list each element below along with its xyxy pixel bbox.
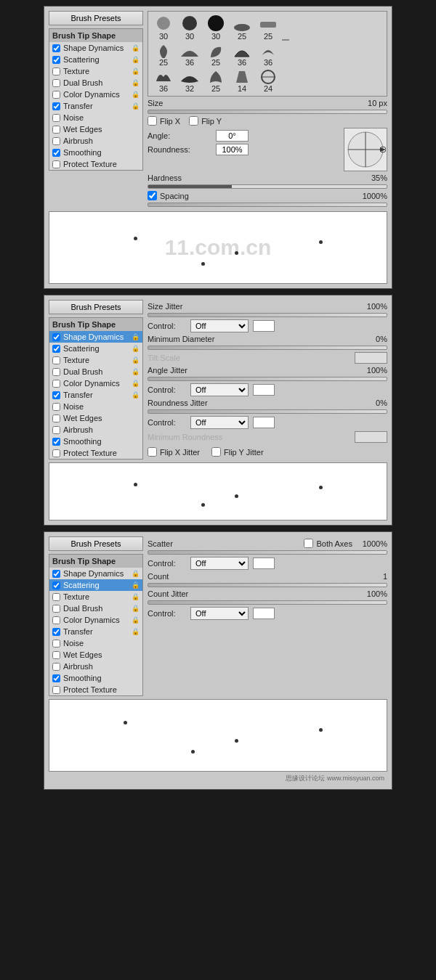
size-jitter-slider[interactable] (148, 313, 387, 317)
sidebar-item-texture-2[interactable]: Texture🔒 (49, 354, 142, 366)
lock-icon: 🔒 (132, 68, 140, 75)
sidebar-item-scattering-3[interactable]: Scattering🔒 (49, 579, 142, 591)
control-row-3: Control: Off (148, 416, 387, 429)
preview-dot (134, 237, 137, 240)
control-select-3[interactable]: Off (190, 416, 249, 429)
flip-x-jitter-check[interactable] (148, 447, 157, 457)
control-select-scatter-2[interactable]: Off (190, 607, 249, 620)
sidebar-item-shape-dyn-1[interactable]: Shape Dynamics🔒 (49, 42, 142, 54)
lock-icon: 🔒 (132, 593, 140, 600)
thumb-cell[interactable]: 30 (177, 15, 202, 41)
scrollbar-1[interactable] (282, 39, 289, 41)
thumb-cell[interactable]: 25 (151, 44, 176, 67)
sidebar-item-brush-tip-3[interactable]: Brush Tip Shape (49, 555, 142, 568)
control-input-3[interactable] (253, 417, 275, 428)
sidebar-item-scattering-1[interactable]: Scattering🔒 (49, 54, 142, 65)
thumb-cell[interactable]: 25 (203, 70, 228, 93)
count-slider[interactable] (148, 583, 387, 587)
lock-icon: 🔒 (132, 391, 140, 399)
angle-jitter-slider[interactable] (148, 377, 387, 381)
control-input-2[interactable] (253, 384, 275, 396)
spacing-slider[interactable] (148, 203, 387, 207)
thumb-cell[interactable]: 25 (256, 17, 280, 41)
thumb-cell[interactable]: 14 (230, 70, 254, 93)
thumb-cell[interactable]: 32 (177, 70, 202, 93)
preview-area-3 (49, 699, 387, 772)
sidebar-item-dual-2[interactable]: Dual Brush🔒 (49, 366, 142, 377)
control-input-scatter-2[interactable] (253, 608, 275, 619)
scatter-slider[interactable] (148, 550, 387, 555)
tilt-scale-row: Tilt Scale (148, 352, 387, 364)
sidebar-item-air-3[interactable]: Airbrush (49, 661, 142, 672)
svg-point-1 (182, 16, 197, 30)
sidebar-item-brush-tip-2[interactable]: Brush Tip Shape (49, 318, 142, 331)
flip-y-jitter-check[interactable] (211, 447, 221, 457)
preset-btn-3[interactable]: Brush Presets (49, 536, 143, 551)
control-select-2[interactable]: Off (190, 383, 249, 396)
sidebar-item-color-2[interactable]: Color Dynamics🔒 (49, 377, 142, 389)
thumb-cell[interactable]: 36 (230, 44, 254, 67)
angle-input[interactable] (216, 130, 249, 142)
control-select-1[interactable]: Off (190, 319, 249, 332)
sidebar-item-shape-dyn-3[interactable]: Shape Dynamics🔒 (49, 568, 142, 579)
preview-dot (191, 750, 195, 754)
min-diameter-row: Minimum Diameter 0% (148, 335, 387, 343)
preset-btn-1[interactable]: Brush Presets (49, 11, 143, 25)
thumb-cell[interactable]: 25 (230, 23, 254, 41)
roundness-input[interactable] (216, 144, 249, 155)
lock-icon: 🔒 (132, 356, 140, 364)
thumb-cell[interactable]: 30 (203, 15, 228, 41)
sidebar-item-smooth-3[interactable]: Smoothing (49, 672, 142, 684)
thumb-cell[interactable]: 25 (203, 44, 228, 67)
sidebar-item-color-dyn-1[interactable]: Color Dynamics🔒 (49, 89, 142, 100)
sidebar-item-noise-1[interactable]: Noise (49, 112, 142, 123)
sidebar-item-texture-1[interactable]: Texture🔒 (49, 65, 142, 77)
sidebar-item-airbrush-1[interactable]: Airbrush (49, 135, 142, 147)
sidebar-item-noise-3[interactable]: Noise (49, 637, 142, 649)
spacing-check[interactable] (148, 191, 157, 200)
hardness-slider[interactable] (148, 184, 387, 189)
sidebar-item-transfer-1[interactable]: Transfer🔒 (49, 100, 142, 112)
sidebar-item-wet-edges-1[interactable]: Wet Edges (49, 123, 142, 135)
control-select-scatter-1[interactable]: Off (190, 557, 249, 570)
sidebar-item-scattering-2[interactable]: Scattering🔒 (49, 343, 142, 354)
sidebar-item-smoothing-1[interactable]: Smoothing (49, 147, 142, 158)
sidebar-item-protect-1[interactable]: Protect Texture (49, 158, 142, 170)
sidebar-item-noise-2[interactable]: Noise (49, 401, 142, 412)
sidebar-item-shape-dyn-2[interactable]: Shape Dynamics🔒 (49, 331, 142, 343)
min-diameter-slider[interactable] (148, 346, 387, 350)
preset-btn-2[interactable]: Brush Presets (49, 300, 143, 314)
sidebar-item-wet-2[interactable]: Wet Edges (49, 412, 142, 424)
roundness-jitter-slider[interactable] (148, 409, 387, 414)
thumb-cell[interactable]: 24 (256, 70, 280, 93)
sidebar-item-dual-brush-1[interactable]: Dual Brush🔒 (49, 77, 142, 89)
sidebar-item-brush-tip[interactable]: Brush Tip Shape (49, 29, 142, 42)
size-slider[interactable] (148, 110, 387, 114)
preview-dot (319, 486, 323, 489)
control-input-1[interactable] (253, 320, 275, 332)
sidebar-item-transfer-3[interactable]: Transfer🔒 (49, 626, 142, 637)
control-input-scatter-1[interactable] (253, 558, 275, 569)
thumb-cell[interactable]: 36 (151, 70, 176, 93)
thumb-cell[interactable]: 36 (256, 44, 280, 67)
sidebar-item-protect-3[interactable]: Protect Texture (49, 684, 142, 695)
flip-x-check[interactable] (148, 116, 157, 126)
both-axes-check[interactable] (304, 539, 313, 548)
sidebar-item-dual-3[interactable]: Dual Brush🔒 (49, 603, 142, 614)
size-jitter-row: Size Jitter 100% (148, 302, 387, 311)
sidebar-item-wet-3[interactable]: Wet Edges (49, 649, 142, 661)
thumb-cell[interactable]: 36 (177, 44, 202, 67)
thumb-row-1: 30 30 30 25 (150, 13, 385, 42)
sidebar-item-smooth-2[interactable]: Smoothing (49, 436, 142, 447)
sidebar-item-air-2[interactable]: Airbrush (49, 424, 142, 436)
sidebar-item-protect-2[interactable]: Protect Texture (49, 447, 142, 459)
roundness-row: Roundness: (148, 144, 341, 155)
thumb-cell[interactable]: 30 (151, 15, 176, 41)
flip-y-check[interactable] (189, 116, 198, 126)
sidebar-item-color-3[interactable]: Color Dynamics🔒 (49, 614, 142, 626)
panel-scattering: Brush Presets Brush Tip Shape Shape Dyna… (44, 531, 392, 790)
sidebar-item-transfer-2[interactable]: Transfer🔒 (49, 389, 142, 401)
sidebar-item-texture-3[interactable]: Texture🔒 (49, 591, 142, 603)
count-jitter-slider[interactable] (148, 600, 387, 605)
sidebar-panel1: Brush Presets Brush Tip Shape Shape Dyna… (49, 11, 143, 208)
